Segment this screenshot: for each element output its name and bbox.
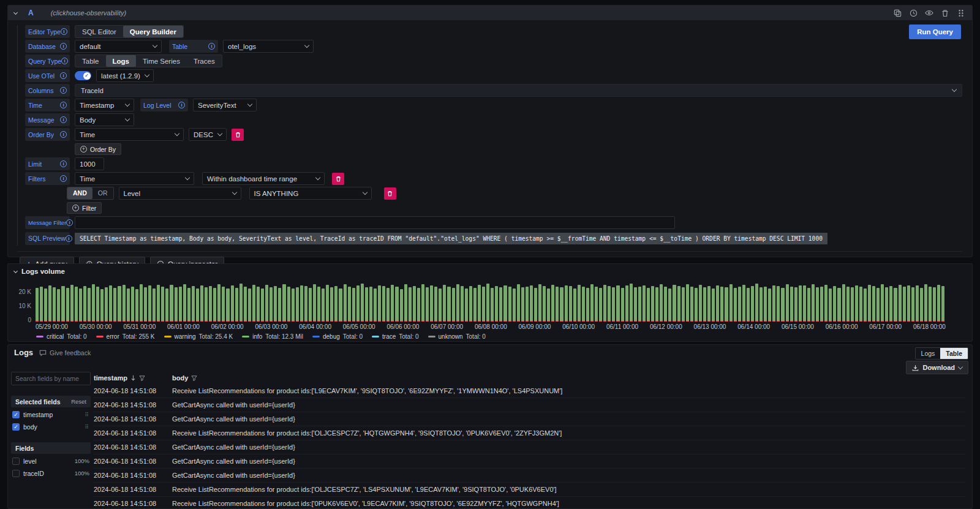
log-level-column-select[interactable]: SeverityText [193, 99, 257, 111]
error-segment [222, 321, 225, 322]
filter-icon[interactable] [139, 375, 145, 381]
table-row[interactable]: 2024-06-18 14:51:08GetCartAsync called w… [94, 454, 966, 469]
or-option[interactable]: OR [92, 187, 113, 199]
message-column-select[interactable]: Body [75, 113, 134, 126]
info-icon[interactable]: i [66, 219, 73, 226]
add-filter-button[interactable]: + Filter [67, 202, 102, 214]
info-icon[interactable]: i [60, 87, 67, 94]
filter2-operator-select[interactable]: IS ANYTHING [249, 187, 372, 200]
tab-table[interactable]: Table [75, 55, 106, 67]
volume-bar [560, 287, 563, 322]
search-fields-input[interactable] [11, 372, 91, 385]
add-order-by-button[interactable]: + Order By [75, 143, 121, 155]
tab-sql-editor[interactable]: SQL Editor [75, 26, 123, 37]
legend-item-error[interactable]: errorTotal: 255 K [96, 333, 155, 340]
otel-version-select[interactable]: latest (1.2.9) [96, 69, 154, 82]
info-icon[interactable]: i [60, 72, 67, 79]
filter1-field-select[interactable]: Time [75, 172, 194, 185]
field-level[interactable]: level100% [11, 456, 91, 466]
error-segment [478, 321, 481, 322]
table-row[interactable]: 2024-06-18 14:51:08GetCartAsync called w… [94, 440, 966, 454]
table-row[interactable]: 2024-06-18 14:51:08GetCartAsync called w… [94, 469, 966, 483]
database-select[interactable]: default [75, 40, 162, 53]
checkbox-checked[interactable]: ✓ [12, 411, 20, 418]
filter-icon[interactable] [191, 375, 197, 381]
collapse-query-icon[interactable] [13, 10, 18, 14]
volume-bar [638, 287, 641, 322]
info-icon[interactable]: i [60, 116, 67, 123]
columns-multiselect[interactable]: TraceId [75, 84, 962, 97]
legend-label: error [107, 333, 119, 340]
remove-order-by-button[interactable] [232, 129, 244, 141]
selected-field-body[interactable]: ✓body⠿ [11, 421, 91, 432]
info-icon[interactable]: i [60, 43, 67, 50]
column-header-timestamp[interactable]: timestamp [94, 374, 172, 382]
legend-item-trace[interactable]: traceTotal: 0 [372, 333, 418, 340]
and-option[interactable]: AND [67, 187, 92, 199]
give-feedback-link[interactable]: Give feedback [39, 349, 91, 356]
info-icon[interactable]: i [60, 131, 67, 138]
query-history-icon[interactable] [908, 8, 918, 18]
order-direction-select[interactable]: DESC [189, 128, 227, 141]
table-row[interactable]: 2024-06-18 14:51:08Receive ListRecommend… [94, 426, 966, 440]
legend-item-warning[interactable]: warningTotal: 25.4 K [164, 333, 233, 340]
hide-response-icon[interactable] [924, 8, 934, 18]
volume-bar [66, 288, 69, 322]
drag-handle-icon[interactable] [956, 8, 966, 18]
filter2-field-select[interactable]: Level [119, 187, 241, 200]
use-otel-toggle[interactable]: ✓ [75, 71, 91, 80]
legend-label: info [252, 333, 262, 340]
info-icon[interactable]: i [208, 43, 215, 50]
table-row[interactable]: 2024-06-18 14:51:08Receive ListRecommend… [94, 483, 966, 497]
view-option-logs[interactable]: Logs [916, 348, 941, 359]
volume-bar [812, 284, 815, 322]
selected-field-timestamp[interactable]: ✓timestamp⠿ [11, 409, 91, 420]
table-row[interactable]: 2024-06-18 14:51:08GetCartAsync called w… [94, 398, 966, 412]
info-icon[interactable]: i [60, 102, 67, 108]
column-header-body[interactable]: body [172, 374, 197, 382]
logs-volume-chart[interactable] [36, 281, 946, 322]
duplicate-query-icon[interactable] [892, 8, 902, 18]
remove-query-icon[interactable] [940, 8, 950, 18]
legend-item-unknown[interactable]: unknownTotal: 0 [428, 333, 486, 340]
field-traceID[interactable]: traceID100% [11, 468, 91, 478]
checkbox-unchecked[interactable] [12, 470, 20, 477]
table-select[interactable]: otel_logs [223, 40, 314, 53]
info-icon[interactable]: i [66, 235, 72, 242]
table-row[interactable]: 2024-06-18 14:51:08Receive ListRecommend… [94, 384, 966, 398]
checkbox-checked[interactable]: ✓ [12, 423, 20, 431]
drag-handle-icon[interactable]: ⠿ [85, 412, 89, 418]
legend-item-info[interactable]: infoTotal: 12.3 Mil [242, 333, 303, 340]
collapse-panel-icon[interactable] [13, 268, 18, 273]
volume-bar [768, 288, 771, 322]
sort-desc-icon[interactable] [130, 375, 136, 381]
remove-filter1-button[interactable] [332, 173, 344, 185]
drag-handle-icon[interactable]: ⠿ [85, 424, 89, 430]
remove-filter2-button[interactable] [384, 187, 396, 200]
reset-fields-button[interactable]: Reset [71, 398, 86, 405]
info-icon[interactable]: i [60, 160, 67, 167]
limit-input[interactable] [75, 157, 104, 170]
message-filter-input[interactable] [75, 216, 675, 229]
table-row[interactable]: 2024-06-18 14:51:08Receive ListRecommend… [94, 497, 966, 508]
info-icon[interactable]: i [61, 58, 68, 64]
view-option-table[interactable]: Table [940, 348, 968, 359]
legend-item-debug[interactable]: debugTotal: 0 [312, 333, 363, 340]
order-by-field-select[interactable]: Time [75, 128, 184, 141]
volume-bar [803, 285, 806, 322]
table-row[interactable]: 2024-06-18 14:51:08GetCartAsync called w… [94, 412, 966, 426]
error-segment [616, 321, 619, 322]
tab-logs[interactable]: Logs [106, 55, 136, 67]
info-icon[interactable]: i [178, 102, 185, 108]
tab-traces[interactable]: Traces [187, 55, 222, 67]
filter1-operator-select[interactable]: Within dashboard time range [202, 172, 325, 185]
run-query-button[interactable]: Run Query [909, 25, 961, 39]
time-column-select[interactable]: Timestamp [75, 99, 134, 111]
tab-time-series[interactable]: Time Series [136, 55, 187, 67]
tab-query-builder[interactable]: Query Builder [123, 26, 183, 37]
legend-item-critical[interactable]: criticalTotal: 0 [36, 333, 87, 340]
info-icon[interactable]: i [60, 175, 67, 182]
logs-volume-header[interactable]: Logs volume [8, 264, 972, 275]
checkbox-unchecked[interactable] [12, 458, 20, 465]
info-icon[interactable]: i [61, 28, 67, 35]
